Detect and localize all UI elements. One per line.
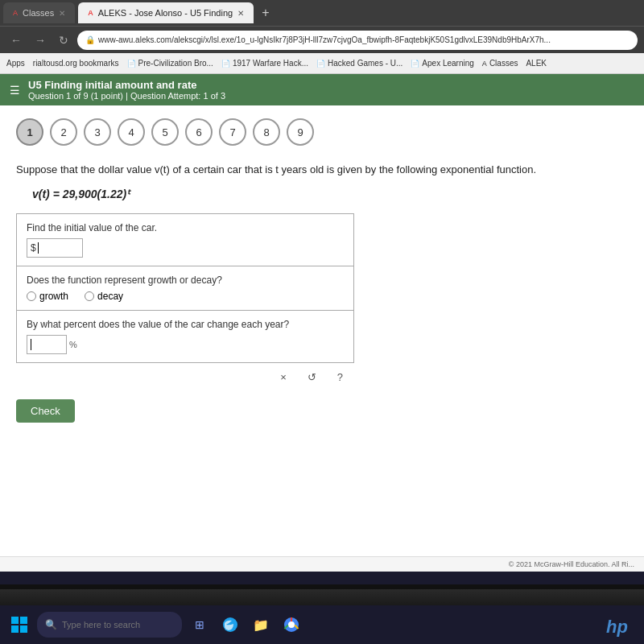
question-num-4[interactable]: 4 (118, 118, 145, 146)
question-num-6[interactable]: 6 (185, 118, 213, 146)
tab-aleks-label: ALEKS - Jose Alonso - U5 Finding (98, 8, 233, 18)
win-sq-1 (11, 617, 19, 624)
question-info: Question 1 of 9 (1 point) | Question Att… (28, 91, 225, 101)
text-cursor (38, 242, 39, 254)
percent-change-row: By what percent does the value of the ca… (17, 311, 353, 362)
bookmark-apex[interactable]: 📄 Apex Learning (411, 59, 474, 68)
address-bar[interactable]: 🔒 www-awu.aleks.com/alekscgi/x/lsl.exe/1… (77, 31, 638, 50)
hp-logo: hp (606, 617, 628, 638)
forward-button[interactable]: → (31, 32, 50, 48)
dollar-prefix: $ (31, 242, 36, 254)
taskbar-task-view[interactable]: ⊞ (187, 612, 213, 638)
clear-button[interactable]: × (275, 369, 291, 385)
problem-text: Suppose that the dollar value v(t) of a … (16, 162, 628, 178)
bookmark-rialtousd[interactable]: rialtousd.org bookmarks (33, 59, 119, 68)
svg-point-2 (288, 621, 295, 628)
percent-cursor (31, 339, 31, 350)
growth-decay-row: Does the function represent growth or de… (17, 266, 353, 311)
initial-value-input[interactable]: $ (27, 238, 83, 258)
tab-classes[interactable]: A Classes ✕ (3, 2, 75, 23)
search-input[interactable] (62, 620, 167, 630)
address-bar-row: ← → ↻ 🔒 www-awu.aleks.com/alekscgi/x/lsl… (0, 26, 644, 53)
formula: v(t) = 29,900(1.22)ᵗ (32, 188, 628, 200)
question-num-5[interactable]: 5 (151, 118, 179, 146)
tab-classes-label: Classes (23, 8, 54, 18)
bookmarks-bar: Apps rialtousd.org bookmarks 📄 Pre-Civil… (0, 53, 644, 74)
question-num-9[interactable]: 9 (287, 118, 314, 146)
win-sq-3 (11, 625, 19, 633)
question-nav: 1 2 3 4 5 6 7 8 9 (16, 118, 628, 146)
question-num-1[interactable]: 1 (16, 118, 43, 146)
growth-radio-circle (27, 291, 36, 301)
decay-label: decay (97, 291, 123, 302)
question-num-8[interactable]: 8 (253, 118, 280, 146)
tab-aleks[interactable]: A ALEKS - Jose Alonso - U5 Finding ✕ (78, 2, 254, 23)
windows-icon (11, 617, 27, 633)
percent-input[interactable] (27, 335, 67, 354)
taskbar: 🔍 ⊞ 📁 hp (0, 605, 644, 644)
aleks-header: ☰ U5 Finding initial amount and rate Que… (0, 74, 644, 105)
percent-change-label: By what percent does the value of the ca… (27, 319, 344, 330)
taskbar-search[interactable]: 🔍 (37, 612, 182, 638)
bookmark-aleks2[interactable]: ALEK (526, 59, 547, 68)
win-sq-4 (20, 625, 27, 633)
bookmark-civilization[interactable]: 📄 Pre-Civilization Bro... (127, 59, 213, 68)
refresh-button[interactable]: ↻ (55, 32, 72, 48)
action-row: × ↺ ? (16, 363, 354, 388)
question-num-2[interactable]: 2 (50, 118, 77, 146)
radio-group: growth decay (27, 291, 344, 302)
page-title: U5 Finding initial amount and rate (28, 79, 225, 91)
taskbar-chrome[interactable] (279, 612, 304, 638)
question-num-7[interactable]: 7 (219, 118, 246, 146)
close-tab-icon[interactable]: ✕ (237, 9, 244, 18)
taskbar-edge[interactable] (217, 612, 243, 638)
decay-radio-circle (85, 291, 94, 301)
tab-bar: A Classes ✕ A ALEKS - Jose Alonso - U5 F… (0, 0, 644, 26)
bookmark-hacked[interactable]: 📄 Hacked Games - U... (316, 59, 402, 68)
start-button[interactable] (6, 612, 32, 638)
win-sq-2 (20, 617, 27, 624)
decay-radio[interactable]: decay (85, 291, 123, 302)
undo-button[interactable]: ↺ (303, 369, 321, 385)
main-content: 1 2 3 4 5 6 7 8 9 Suppose that the dolla… (0, 105, 644, 556)
aleks-footer: © 2021 McGraw-Hill Education. All Ri... (0, 556, 644, 572)
footer-copyright: © 2021 McGraw-Hill Education. All Ri... (509, 560, 634, 568)
bookmark-1917[interactable]: 📄 1917 Warfare Hack... (221, 59, 308, 68)
percent-symbol: % (69, 340, 77, 349)
initial-value-label: Find the initial value of the car. (27, 222, 344, 233)
question-num-3[interactable]: 3 (84, 118, 111, 146)
growth-label: growth (39, 291, 68, 302)
growth-decay-label: Does the function represent growth or de… (27, 275, 344, 286)
help-button[interactable]: ? (332, 369, 348, 385)
back-button[interactable]: ← (6, 32, 26, 48)
close-icon[interactable]: ✕ (59, 9, 65, 18)
new-tab-button[interactable]: + (257, 6, 274, 20)
initial-value-row: Find the initial value of the car. $ (17, 214, 353, 266)
bookmark-apps[interactable]: Apps (6, 59, 25, 68)
bookmark-classes[interactable]: A Classes (482, 59, 518, 68)
laptop-bottom (0, 589, 644, 605)
taskbar-folder[interactable]: 📁 (248, 612, 274, 638)
url-text: www-awu.aleks.com/alekscgi/x/lsl.exe/1o_… (98, 35, 551, 44)
answer-table: Find the initial value of the car. $ Doe… (16, 213, 354, 363)
check-button[interactable]: Check (16, 399, 75, 423)
growth-radio[interactable]: growth (27, 291, 68, 302)
menu-icon[interactable]: ☰ (10, 84, 20, 97)
search-icon: 🔍 (45, 619, 57, 630)
